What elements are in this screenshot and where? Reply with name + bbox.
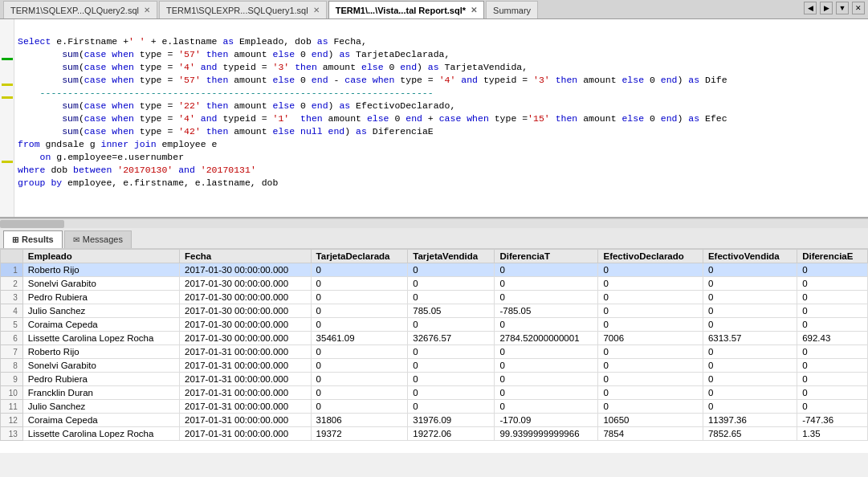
tab-query2-label: TERM1\SQLEXP...QLQuery2.sql xyxy=(10,6,139,15)
cell-diferenciat: -170.09 xyxy=(495,414,598,427)
cell-diferenciae: 0 xyxy=(797,400,868,414)
tab-menu[interactable]: ▼ xyxy=(836,2,849,14)
tab-vista-close[interactable]: ✕ xyxy=(471,6,477,14)
cell-fecha: 2017-01-31 00:00:00.000 xyxy=(179,386,311,400)
cell-diferenciat: 99.9399999999966 xyxy=(495,427,598,441)
cell-tarjetavendida: 0 xyxy=(408,400,495,414)
tab-vista[interactable]: TERM1\...\Vista...tal Report.sql* ✕ xyxy=(328,1,484,18)
cell-efectivodeclarado: 0 xyxy=(598,359,703,373)
cell-tarjetadeclarada: 0 xyxy=(311,304,408,318)
table-row[interactable]: 3Pedro Rubiera2017-01-30 00:00:00.000000… xyxy=(1,291,868,304)
cell-efectivovendida: 0 xyxy=(703,373,797,386)
cell-tarjetadeclarada: 19372 xyxy=(311,427,408,441)
col-header-tarjetadeclarada[interactable]: TarjetaDeclarada xyxy=(311,250,408,263)
row-num-cell: 10 xyxy=(1,386,23,400)
table-row[interactable]: 10Francklin Duran2017-01-31 00:00:00.000… xyxy=(1,386,868,400)
cell-fecha: 2017-01-31 00:00:00.000 xyxy=(179,400,311,414)
cell-empleado: Lissette Carolina Lopez Rocha xyxy=(22,427,179,441)
cell-efectivodeclarado: 7006 xyxy=(598,332,703,345)
tab-query1-close[interactable]: ✕ xyxy=(313,6,320,14)
cell-fecha: 2017-01-30 00:00:00.000 xyxy=(179,332,311,345)
cell-efectivovendida: 11397.36 xyxy=(703,414,797,427)
col-header-tarjetavendida[interactable]: TarjetaVendida xyxy=(408,250,495,263)
cell-diferenciae: -747.36 xyxy=(797,414,868,427)
cell-tarjetadeclarada: 0 xyxy=(311,386,408,400)
cell-empleado: Pedro Rubiera xyxy=(22,373,179,386)
tab-query2-close[interactable]: ✕ xyxy=(144,6,150,14)
cell-tarjetavendida: 785.05 xyxy=(408,304,495,318)
cell-efectivovendida: 0 xyxy=(703,291,797,304)
cell-diferenciae: 0 xyxy=(797,291,868,304)
cell-tarjetadeclarada: 0 xyxy=(311,373,408,386)
cell-tarjetadeclarada: 31806 xyxy=(311,414,408,427)
tab-scroll-right[interactable]: ▶ xyxy=(820,2,833,14)
col-header-diferenciae[interactable]: DiferenciaE xyxy=(797,250,868,263)
table-row[interactable]: 9Pedro Rubiera2017-01-31 00:00:00.000000… xyxy=(1,373,868,386)
cell-tarjetavendida: 32676.57 xyxy=(408,332,495,345)
table-row[interactable]: 12Coraima Cepeda2017-01-31 00:00:00.0003… xyxy=(1,414,868,427)
tab-scroll-left[interactable]: ◀ xyxy=(804,2,817,14)
cell-efectivovendida: 0 xyxy=(703,277,797,291)
cell-tarjetadeclarada: 0 xyxy=(311,263,408,277)
table-row[interactable]: 7Roberto Rijo2017-01-31 00:00:00.0000000… xyxy=(1,345,868,359)
editor-content[interactable]: Select e.Firstname +' ' + e.lastname as … xyxy=(14,19,868,217)
cell-empleado: Coraima Cepeda xyxy=(22,414,179,427)
row-num-cell: 4 xyxy=(1,304,23,318)
gutter-marker-2 xyxy=(2,84,13,86)
cell-empleado: Julio Sanchez xyxy=(22,304,179,318)
cell-tarjetavendida: 0 xyxy=(408,277,495,291)
tab-query2[interactable]: TERM1\SQLEXP...QLQuery2.sql ✕ xyxy=(3,1,157,18)
cell-fecha: 2017-01-31 00:00:00.000 xyxy=(179,345,311,359)
results-panel: ⊞ Results ✉ Messages Empleado Fecha Tarj… xyxy=(0,228,868,453)
cell-diferenciae: 0 xyxy=(797,345,868,359)
tab-controls: ◀ ▶ ▼ ✕ xyxy=(804,2,865,14)
cell-diferenciae: 1.35 xyxy=(797,427,868,441)
cell-efectivodeclarado: 0 xyxy=(598,277,703,291)
results-msg-icon: ✉ xyxy=(73,235,79,244)
cell-efectivovendida: 0 xyxy=(703,304,797,318)
results-table: Empleado Fecha TarjetaDeclarada TarjetaV… xyxy=(0,249,868,441)
cell-efectivodeclarado: 0 xyxy=(598,400,703,414)
table-row[interactable]: 6Lissette Carolina Lopez Rocha2017-01-30… xyxy=(1,332,868,345)
cell-empleado: Pedro Rubiera xyxy=(22,291,179,304)
col-header-diferenciat[interactable]: DiferenciaT xyxy=(495,250,598,263)
table-row[interactable]: 8Sonelvi Garabito2017-01-31 00:00:00.000… xyxy=(1,359,868,373)
gutter-marker-3 xyxy=(2,96,13,99)
col-header-fecha[interactable]: Fecha xyxy=(179,250,311,263)
table-row[interactable]: 11Julio Sanchez2017-01-31 00:00:00.00000… xyxy=(1,400,868,414)
row-num-cell: 6 xyxy=(1,332,23,345)
tab-messages[interactable]: ✉ Messages xyxy=(64,230,132,248)
cell-diferenciat: -785.05 xyxy=(495,304,598,318)
tab-results[interactable]: ⊞ Results xyxy=(3,230,63,248)
table-row[interactable]: 13Lissette Carolina Lopez Rocha2017-01-3… xyxy=(1,427,868,441)
table-row[interactable]: 2Sonelvi Garabito2017-01-30 00:00:00.000… xyxy=(1,277,868,291)
cell-diferenciat: 2784.52000000001 xyxy=(495,332,598,345)
cell-fecha: 2017-01-31 00:00:00.000 xyxy=(179,427,311,441)
cell-empleado: Roberto Rijo xyxy=(22,263,179,277)
col-header-efectivodeclarado[interactable]: EfectivoDeclarado xyxy=(598,250,703,263)
cell-efectivovendida: 0 xyxy=(703,263,797,277)
cell-efectivovendida: 0 xyxy=(703,345,797,359)
cell-efectivodeclarado: 0 xyxy=(598,318,703,332)
data-table-wrapper[interactable]: Empleado Fecha TarjetaDeclarada TarjetaV… xyxy=(0,249,868,453)
cell-tarjetadeclarada: 35461.09 xyxy=(311,332,408,345)
tab-summary[interactable]: Summary xyxy=(486,1,538,18)
cell-diferenciae: 0 xyxy=(797,386,868,400)
cell-tarjetavendida: 0 xyxy=(408,359,495,373)
cell-diferenciat: 0 xyxy=(495,318,598,332)
tab-query1-label: TERM1\SQLEXPR...SQLQuery1.sql xyxy=(166,6,308,15)
tab-close-all[interactable]: ✕ xyxy=(852,2,865,14)
cell-empleado: Sonelvi Garabito xyxy=(22,359,179,373)
table-row[interactable]: 1Roberto Rijo2017-01-30 00:00:00.0000000… xyxy=(1,263,868,277)
col-header-empleado[interactable]: Empleado xyxy=(22,250,179,263)
col-header-efectivovendida[interactable]: EfectivoVendida xyxy=(703,250,797,263)
table-row[interactable]: 4Julio Sanchez2017-01-30 00:00:00.000078… xyxy=(1,304,868,318)
row-num-cell: 3 xyxy=(1,291,23,304)
cell-tarjetavendida: 0 xyxy=(408,373,495,386)
cell-fecha: 2017-01-30 00:00:00.000 xyxy=(179,318,311,332)
gutter-marker-1 xyxy=(2,58,13,60)
tab-bar: TERM1\SQLEXP...QLQuery2.sql ✕ TERM1\SQLE… xyxy=(0,0,868,19)
table-row[interactable]: 5Coraima Cepeda2017-01-30 00:00:00.00000… xyxy=(1,318,868,332)
h-scrollbar[interactable] xyxy=(0,218,868,228)
tab-query1[interactable]: TERM1\SQLEXPR...SQLQuery1.sql ✕ xyxy=(159,1,327,18)
